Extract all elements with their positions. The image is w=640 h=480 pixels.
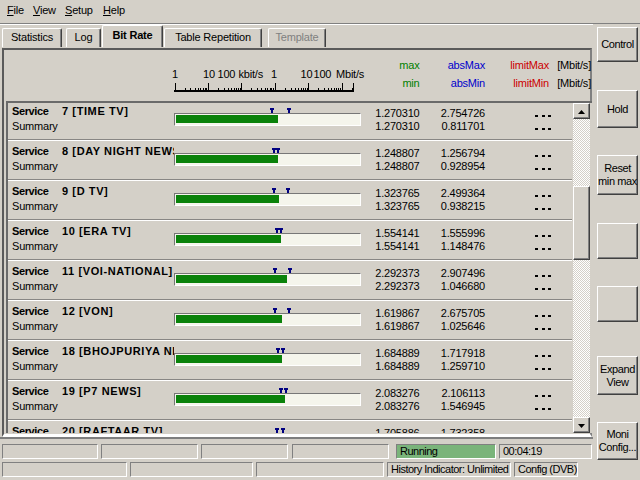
service-label: Service18 [BHOJPURIYA NEWS] bbox=[12, 345, 174, 357]
no-limit-dash bbox=[535, 395, 538, 397]
bitrate-bar bbox=[176, 115, 279, 123]
status-panel-empty bbox=[292, 444, 389, 459]
value-min: 1.248807 bbox=[360, 160, 420, 172]
column-header-Mbits: [Mbit/s] bbox=[521, 59, 591, 71]
no-limit-dash bbox=[548, 315, 551, 317]
service-label: Service7 [TIME TV] bbox=[12, 105, 174, 117]
summary-label: Summary bbox=[12, 280, 58, 292]
tab-statistics[interactable]: Statistics bbox=[2, 28, 62, 47]
value-min: 1.323765 bbox=[360, 200, 420, 212]
blank-3-button[interactable] bbox=[597, 223, 638, 259]
value-max: 2.083276 bbox=[360, 387, 420, 399]
menu-help[interactable]: Help bbox=[103, 3, 125, 17]
value-absmin: 1.546945 bbox=[425, 400, 485, 412]
tab-table-repetition[interactable]: Table Repetition bbox=[164, 28, 262, 47]
service-row[interactable]: Service10 [ERA TV]Summary1.5541411.55599… bbox=[8, 223, 572, 260]
no-limit-dash bbox=[535, 288, 538, 290]
status-00-04-19: 00:04:19 bbox=[499, 444, 592, 459]
no-limit-dash bbox=[542, 195, 545, 197]
no-limit-dash bbox=[548, 195, 551, 197]
bitrate-bar bbox=[176, 155, 278, 163]
no-limit-dash bbox=[548, 368, 551, 370]
value-limitmin bbox=[511, 320, 551, 332]
service-word: Service bbox=[12, 145, 48, 157]
value-limitmax bbox=[511, 307, 551, 319]
service-row[interactable]: Service12 [VON]Summary1.6198672.6757051.… bbox=[8, 303, 572, 340]
vertical-scrollbar[interactable] bbox=[573, 103, 590, 433]
value-limitmin bbox=[511, 160, 551, 172]
value-max: 2.292373 bbox=[360, 267, 420, 279]
no-limit-dash bbox=[535, 235, 538, 237]
service-number-name: 12 [VON] bbox=[62, 305, 113, 317]
service-number-name: 20 [RAFTAAR TV] bbox=[62, 425, 163, 433]
button-label: Reset bbox=[604, 162, 631, 175]
tab-log[interactable]: Log bbox=[66, 28, 101, 47]
value-absmin: 1.259710 bbox=[425, 360, 485, 372]
reset-minmax-button[interactable]: Resetmin max bbox=[597, 155, 638, 195]
value-limitmax bbox=[511, 227, 551, 239]
value-absmax: 2.675705 bbox=[425, 307, 485, 319]
scroll-down-button[interactable] bbox=[573, 417, 590, 433]
hold-button[interactable]: Hold bbox=[597, 90, 638, 128]
marker-absmax-icon bbox=[278, 228, 284, 234]
service-word: Service bbox=[12, 105, 48, 117]
scale-label: 100 bbox=[314, 68, 332, 80]
summary-label: Summary bbox=[12, 400, 58, 412]
scroll-up-icon bbox=[577, 109, 586, 115]
no-limit-dash bbox=[548, 275, 551, 277]
menu-setup[interactable]: Setup bbox=[65, 3, 93, 17]
service-number-name: 7 [TIME TV] bbox=[62, 105, 129, 117]
no-limit-dash bbox=[542, 355, 545, 357]
value-absmin: 1.025646 bbox=[425, 320, 485, 332]
marker-absmax-icon bbox=[285, 188, 291, 194]
tab-strip: StatisticsLogBit RateTable RepetitionTem… bbox=[0, 25, 593, 48]
scrollbar-thumb[interactable] bbox=[573, 186, 590, 260]
summary-label: Summary bbox=[12, 360, 58, 372]
value-limitmax bbox=[511, 107, 551, 119]
no-limit-dash bbox=[535, 155, 538, 157]
column-header-max: max bbox=[350, 59, 420, 71]
service-row[interactable]: Service7 [TIME TV]Summary1.2703102.75472… bbox=[8, 103, 572, 140]
tab-template[interactable]: Template bbox=[268, 28, 326, 47]
value-absmax: 2.907496 bbox=[425, 267, 485, 279]
service-row[interactable]: Service20 [RAFTAAR TV]Summary1.7058861.7… bbox=[8, 423, 572, 433]
service-row[interactable]: Service9 [D TV]Summary1.3237652.4993641.… bbox=[8, 183, 572, 220]
no-limit-dash bbox=[542, 328, 545, 330]
status-bar-top-groove bbox=[0, 437, 593, 439]
control-button[interactable]: Control bbox=[597, 27, 638, 62]
marker-absmax-icon bbox=[280, 428, 286, 433]
service-label: Service10 [ERA TV] bbox=[12, 225, 174, 237]
marker-absmin-icon bbox=[272, 308, 278, 314]
scale-label: 10 bbox=[203, 68, 215, 80]
side-button-column: ControlHoldResetmin maxExpandViewMoniCon… bbox=[593, 24, 640, 480]
menu-bar: FileViewSetupHelp bbox=[0, 0, 640, 24]
menu-file[interactable]: File bbox=[7, 3, 24, 17]
no-limit-dash bbox=[535, 368, 538, 370]
no-limit-dash bbox=[548, 408, 551, 410]
no-limit-dash bbox=[548, 115, 551, 117]
service-row[interactable]: Service18 [BHOJPURIYA NEWS]Summary1.6848… bbox=[8, 343, 572, 380]
blank-4-button[interactable] bbox=[597, 286, 638, 322]
moni-config-button[interactable]: MoniConfig... bbox=[597, 422, 638, 460]
summary-label: Summary bbox=[12, 240, 58, 252]
no-limit-dash bbox=[548, 168, 551, 170]
service-number-name: 11 [VOI-NATIONAL] bbox=[62, 265, 173, 277]
tab-bit-rate[interactable]: Bit Rate bbox=[102, 25, 163, 47]
service-row[interactable]: Service8 [DAY NIGHT NEWS]Summary1.248807… bbox=[8, 143, 572, 180]
bitrate-bar bbox=[176, 195, 279, 203]
value-limitmax bbox=[511, 147, 551, 159]
service-word: Service bbox=[12, 185, 48, 197]
scroll-up-button[interactable] bbox=[573, 103, 590, 119]
service-row[interactable]: Service19 [P7 NEWS]Summary2.0832762.1061… bbox=[8, 383, 572, 420]
value-limitmax bbox=[511, 387, 551, 399]
value-limitmin bbox=[511, 240, 551, 252]
value-max: 1.684889 bbox=[360, 347, 420, 359]
expand-view-button[interactable]: ExpandView bbox=[597, 356, 638, 395]
value-max: 1.554141 bbox=[360, 227, 420, 239]
menu-view[interactable]: View bbox=[33, 3, 56, 17]
service-row[interactable]: Service11 [VOI-NATIONAL]Summary2.2923732… bbox=[8, 263, 572, 300]
marker-absmin-icon bbox=[272, 268, 278, 274]
no-limit-dash bbox=[548, 128, 551, 130]
scale-label: 1 bbox=[271, 68, 277, 80]
bitrate-bar bbox=[176, 315, 282, 323]
